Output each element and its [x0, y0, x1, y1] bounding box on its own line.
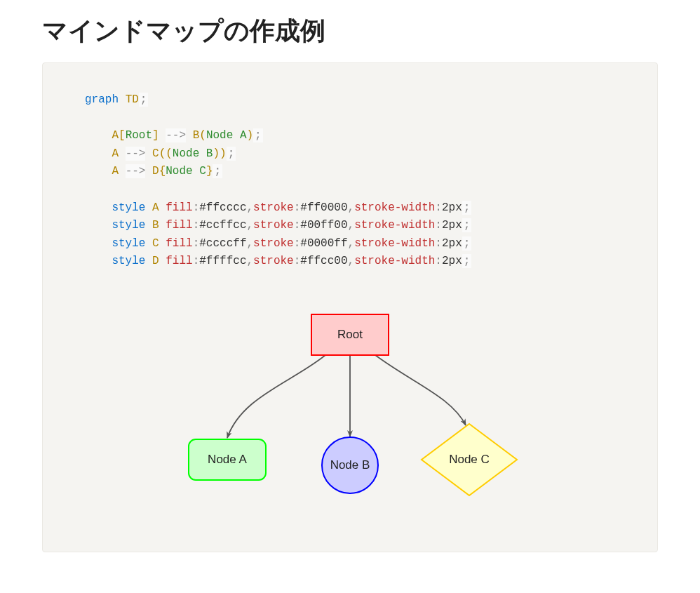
code-colon: :	[294, 237, 301, 250]
code-text: Node B	[173, 147, 213, 160]
code-val: 2px	[442, 219, 462, 232]
code-prop: stroke	[253, 255, 294, 267]
code-val: #00ff00	[300, 219, 347, 232]
code-prop: stroke	[253, 237, 294, 250]
code-val: #ffffcc	[199, 255, 246, 267]
code-colon: :	[294, 255, 301, 267]
code-prop: stroke	[253, 219, 294, 232]
code-colon: :	[435, 255, 442, 267]
node-a-label: Node A	[208, 453, 247, 466]
code-colon: :	[193, 219, 200, 232]
code-prop: fill	[166, 219, 192, 232]
code-arrow: -->	[166, 128, 186, 142]
code-comma: ,	[246, 237, 253, 250]
code-block: graph TD; A[Root] --> B(Node A); A --> C…	[85, 91, 615, 271]
code-brace: {	[159, 165, 166, 178]
code-val: #ccffcc	[199, 219, 246, 232]
code-text: Node C	[166, 165, 206, 178]
code-id: B	[152, 219, 159, 232]
code-semi: ;	[227, 147, 236, 161]
code-val: 2px	[442, 237, 462, 250]
code-semi: ;	[462, 201, 472, 215]
node-root-label: Root	[337, 328, 363, 341]
code-comma: ,	[246, 201, 253, 214]
code-comma: ,	[246, 255, 253, 267]
code-val: #0000ff	[300, 237, 347, 250]
code-paren: ((	[159, 147, 173, 160]
diagram-container: Root Node A Node B Node C	[85, 299, 615, 524]
code-val: #ccccff	[199, 237, 246, 250]
code-semi: ;	[213, 164, 222, 178]
code-semi: ;	[462, 218, 472, 232]
node-root: Root	[311, 314, 389, 355]
code-keyword: style	[112, 201, 145, 214]
mermaid-diagram: Root Node A Node B Node C	[168, 299, 532, 524]
page-title: マインドマップの作成例	[42, 14, 658, 48]
code-id: A	[112, 147, 119, 160]
code-colon: :	[193, 237, 200, 250]
code-comma: ,	[348, 219, 355, 232]
content-panel: graph TD; A[Root] --> B(Node A); A --> C…	[42, 62, 658, 552]
code-keyword: style	[112, 237, 145, 250]
code-id: A	[112, 165, 119, 178]
node-c: Node C	[422, 424, 517, 495]
code-id: C	[152, 147, 159, 160]
code-semi: ;	[462, 254, 472, 268]
code-bracket: [	[119, 129, 126, 142]
code-semi: ;	[253, 128, 263, 142]
code-prop: stroke-width	[354, 255, 435, 267]
code-id: D	[152, 165, 159, 178]
node-b-label: Node B	[330, 458, 370, 472]
code-text: Root	[126, 129, 152, 142]
node-a: Node A	[189, 439, 266, 480]
edge-a-b	[227, 355, 325, 438]
code-arrow: -->	[126, 164, 146, 178]
code-prop: stroke-width	[354, 237, 435, 250]
code-comma: ,	[348, 237, 355, 250]
code-paren: (	[199, 129, 206, 142]
code-paren: ))	[213, 147, 226, 160]
code-val: 2px	[442, 255, 462, 267]
code-prop: stroke-width	[354, 219, 435, 232]
code-keyword: graph	[85, 93, 119, 106]
code-keyword: style	[112, 219, 145, 232]
code-id: A	[112, 129, 119, 142]
code-semi: ;	[462, 236, 472, 251]
code-val: #ff0000	[300, 201, 347, 214]
node-b: Node B	[322, 437, 378, 493]
code-prop: fill	[166, 237, 192, 250]
code-comma: ,	[246, 219, 253, 232]
code-text: Node A	[206, 129, 247, 142]
code-prop: stroke	[253, 201, 294, 214]
code-val: 2px	[442, 201, 462, 214]
code-prop: fill	[166, 201, 192, 214]
code-bracket: ]	[152, 129, 159, 142]
code-keyword: style	[112, 255, 145, 267]
code-colon: :	[435, 237, 442, 250]
code-comma: ,	[348, 201, 355, 214]
code-id: C	[152, 237, 159, 250]
code-val: #ffcccc	[199, 201, 246, 214]
edge-a-d	[375, 355, 466, 425]
code-comma: ,	[348, 255, 355, 267]
code-id: D	[152, 255, 159, 267]
code-val: #ffcc00	[300, 255, 347, 267]
code-colon: :	[294, 219, 301, 232]
code-colon: :	[193, 255, 200, 267]
code-colon: :	[193, 201, 200, 214]
code-paren: )	[247, 129, 254, 142]
code-prop: stroke-width	[354, 201, 435, 214]
node-c-label: Node C	[449, 453, 490, 466]
code-arg: TD	[126, 93, 139, 106]
code-prop: fill	[166, 255, 192, 267]
code-id: B	[193, 129, 200, 142]
code-semi: ;	[139, 93, 149, 107]
code-colon: :	[435, 201, 442, 214]
code-arrow: -->	[126, 147, 146, 161]
code-colon: :	[435, 219, 442, 232]
code-id: A	[152, 201, 159, 214]
code-colon: :	[294, 201, 301, 214]
